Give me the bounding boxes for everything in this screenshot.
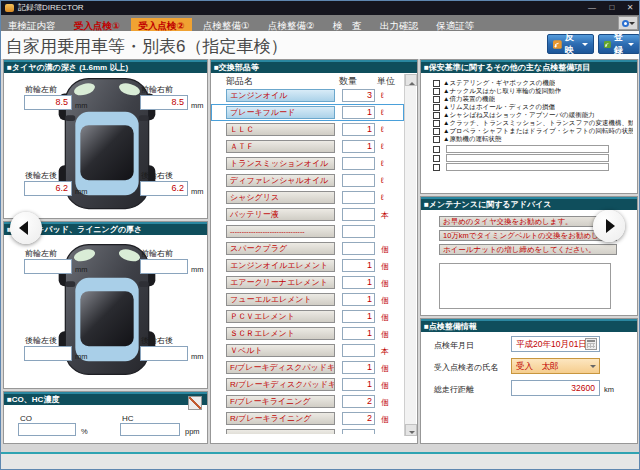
checkbox[interactable] [433, 128, 440, 135]
standards-extra-input[interactable] [446, 154, 609, 162]
part-name-button[interactable]: F/ブレーキディスクパッドキット [226, 361, 335, 374]
part-name-button[interactable]: ＬＬＣ [226, 123, 335, 136]
checkbox[interactable] [433, 96, 440, 103]
standards-item: ▲原動機の運転状態 [433, 135, 633, 143]
hc-input[interactable] [120, 423, 180, 436]
advice-panel-title: ■メンテナンスに関するアドバイス [421, 197, 637, 210]
part-qty-input[interactable] [342, 191, 375, 204]
part-name-button[interactable]: フューエルエレメント [226, 293, 335, 306]
part-qty-input[interactable]: 1 [342, 259, 375, 272]
checkbox[interactable] [433, 80, 440, 87]
distance-input[interactable]: 32600 [511, 380, 600, 396]
part-unit-label: 個 [381, 261, 389, 272]
part-name-button[interactable]: エアークリーナエレメント [226, 276, 335, 289]
date-field[interactable]: 平成20年10月01日 [511, 336, 600, 352]
checkbox[interactable] [433, 120, 440, 127]
checkbox[interactable] [433, 164, 440, 171]
tire-rr-input[interactable]: 6.2 [140, 181, 188, 196]
co-unit: % [81, 427, 88, 436]
inspection-info-panel: ■点検整備情報 点検年月日 平成20年10月01日 受入点検者の氏名 受入 太郎… [420, 318, 638, 444]
part-qty-input[interactable]: 1 [342, 327, 375, 340]
part-name-button[interactable]: ＡＴＦ [226, 140, 335, 153]
checkbox[interactable] [433, 146, 440, 153]
advice-row[interactable]: お早めのタイヤ交換をお勧めします。 [439, 216, 617, 227]
part-row: F/ブレーキディスクパッドキット 1 個 [211, 359, 404, 376]
part-name-button[interactable]: -------------------------------- [226, 225, 335, 238]
lining-fr-input[interactable] [140, 259, 188, 274]
tire-fl-input[interactable]: 8.5 [24, 95, 72, 110]
lining-fl-unit: mm [75, 265, 88, 274]
calendar-icon[interactable] [585, 338, 597, 350]
part-qty-input[interactable]: 2 [342, 395, 375, 408]
part-name-button[interactable]: ＳＣＲエレメント [226, 327, 335, 340]
advice-row[interactable]: 10万kmでタイミングベルトの交換をお勧めします。 [439, 230, 617, 241]
checkbox[interactable] [433, 155, 440, 162]
scroll-down-button[interactable] [405, 424, 417, 436]
part-name-button[interactable]: ディファレンシャルオイル [226, 174, 335, 187]
part-name-button[interactable]: シャシグリス [226, 191, 335, 204]
part-qty-input[interactable]: 1 [342, 293, 375, 306]
checkbox[interactable] [433, 88, 440, 95]
part-qty-input[interactable]: 1 [342, 361, 375, 374]
part-qty-input[interactable] [342, 225, 375, 238]
tire-rl-input[interactable]: 6.2 [24, 181, 72, 196]
part-qty-input[interactable]: 1 [342, 123, 375, 136]
advice-row[interactable]: ホイールナットの増し締めをしてください。 [439, 244, 617, 255]
part-name-button[interactable]: -------------------------------- [226, 429, 335, 434]
part-qty-input[interactable] [342, 157, 375, 170]
part-qty-input[interactable]: 1 [342, 276, 375, 289]
part-row: エンジンオイルエレメント 1 個 [211, 257, 404, 274]
minimize-button[interactable]: — [583, 1, 601, 15]
part-name-button[interactable]: エンジンオイル [226, 89, 335, 102]
checkbox[interactable] [433, 104, 440, 111]
reflect-button[interactable]: 反映 [547, 34, 594, 54]
menu-search-button[interactable] [618, 16, 638, 30]
standards-extra-input[interactable] [446, 145, 609, 153]
advice-free-text-box[interactable] [439, 263, 611, 309]
part-row: エアークリーナエレメント 1 個 [211, 274, 404, 291]
lining-rr-input[interactable] [140, 346, 188, 361]
parts-scrollbar[interactable] [404, 74, 416, 436]
part-name-button[interactable]: エンジンオイルエレメント [226, 259, 335, 272]
part-row: エンジンオイル 3 ℓ [211, 87, 404, 104]
checkbox[interactable] [433, 112, 440, 119]
part-name-button[interactable]: Ｖベルト [226, 344, 335, 357]
lining-rl-input[interactable] [24, 346, 72, 361]
part-qty-input[interactable] [342, 208, 375, 221]
part-qty-input[interactable] [342, 174, 375, 187]
checkbox[interactable] [433, 136, 440, 143]
part-name-button[interactable]: ブレーキフルード [226, 106, 335, 119]
maximize-button[interactable]: □ [603, 1, 621, 15]
part-name-button[interactable]: R/ブレーキライニング [226, 412, 335, 425]
tire-rr-label: 後輪右後 [141, 170, 173, 181]
next-page-button[interactable] [593, 210, 625, 242]
part-name-button[interactable]: トランスミッションオイル [226, 157, 335, 170]
part-qty-input[interactable] [342, 429, 375, 434]
prev-page-button[interactable] [10, 212, 42, 244]
part-name-button[interactable]: スパークプラグ [226, 242, 335, 255]
close-button[interactable]: ✕ [621, 1, 639, 15]
part-qty-input[interactable] [342, 344, 375, 357]
part-name-button[interactable]: F/ブレーキライニング [226, 395, 335, 408]
part-name-button[interactable]: R/ブレーキディスクパッドキット [226, 378, 335, 391]
standards-extra-row [433, 154, 633, 162]
part-qty-input[interactable]: 1 [342, 106, 375, 119]
part-name-button[interactable]: バッテリー液 [226, 208, 335, 221]
lining-fl-input[interactable] [24, 259, 72, 274]
register-button[interactable]: 登録 [598, 34, 640, 54]
co-input[interactable] [18, 423, 76, 436]
inspector-dropdown[interactable]: 受入 太郎 [511, 358, 600, 374]
part-qty-input[interactable]: 2 [342, 412, 375, 425]
standards-extra-input[interactable] [446, 163, 609, 171]
part-qty-input[interactable]: 1 [342, 140, 375, 153]
part-row: -------------------------------- [211, 427, 404, 434]
part-qty-input[interactable]: 1 [342, 378, 375, 391]
part-qty-input[interactable]: 1 [342, 310, 375, 323]
part-qty-input[interactable]: 3 [342, 89, 375, 102]
part-qty-input[interactable] [342, 242, 375, 255]
tire-fr-input[interactable]: 8.5 [140, 95, 188, 110]
part-name-button[interactable]: ＰＣＶエレメント [226, 310, 335, 323]
edit-pencil-button[interactable] [188, 396, 202, 410]
scroll-up-button[interactable] [405, 74, 417, 86]
standards-extra-row [433, 163, 633, 171]
